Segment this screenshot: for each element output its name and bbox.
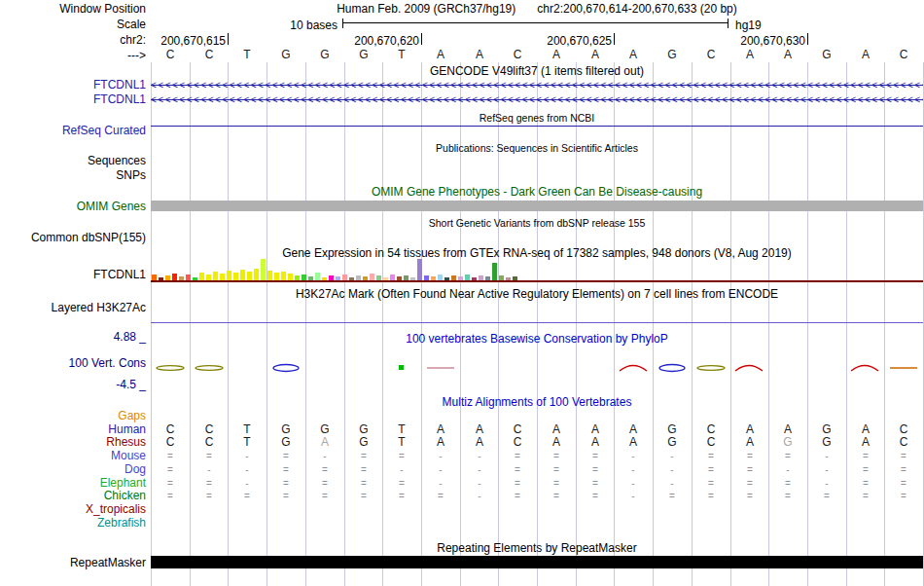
conservation-mark xyxy=(268,361,303,375)
alignment-cell: - xyxy=(653,463,692,476)
conservation-mark xyxy=(423,361,458,375)
alignment-cell: - xyxy=(228,477,267,490)
alignment-cell: = xyxy=(344,450,383,462)
alignment-cell: C xyxy=(498,436,537,449)
gencode-gene-label-2[interactable]: FTCDNL1 xyxy=(0,93,146,106)
alignment-cell: - xyxy=(190,463,229,476)
alignment-cell: = xyxy=(692,490,730,502)
alignment-cell: C xyxy=(190,436,229,449)
gtex-bar xyxy=(417,259,422,280)
gencode-title: GENCODE V49lift37 (1 items filtered out) xyxy=(151,65,923,78)
grid-line xyxy=(576,62,577,586)
refseq-gene-line[interactable] xyxy=(151,126,923,127)
phylop-label[interactable]: 100 Vert. Cons xyxy=(0,357,146,370)
alignment-cell: - xyxy=(228,450,267,462)
ruler-coordinate: 200,670,615 xyxy=(148,34,226,48)
alignment-cell: = xyxy=(382,477,421,490)
window-title: Human Feb. 2009 (GRCh37/hg19)chr2:200,67… xyxy=(151,3,923,16)
seq-base: A xyxy=(614,49,653,61)
alignment-cell: = xyxy=(846,450,885,462)
alignment-cell: = xyxy=(846,463,885,476)
alignment-cell: = xyxy=(730,450,769,462)
alignment-cell: = xyxy=(267,450,305,462)
species-label[interactable]: Zebrafish xyxy=(0,517,146,530)
alignment-cell: = xyxy=(692,463,730,476)
phylop-scale-max: 4.88 _ xyxy=(0,331,146,344)
seq-base: C xyxy=(692,49,730,61)
omim-title: OMIM Gene Phenotypes - Dark Green Can Be… xyxy=(151,186,923,199)
alignment-cell: = xyxy=(305,477,344,490)
alignment-cell: - xyxy=(382,463,421,476)
gtex-bar xyxy=(213,272,218,280)
seq-base: G xyxy=(653,49,692,61)
refseq-curated-label[interactable]: RefSeq Curated xyxy=(0,125,146,137)
gencode-gene-row-1[interactable]: <<<<<<<<<<<<<<<<<<<<<<<<<<<<<<<<<<<<<<<<… xyxy=(151,79,923,92)
phylop-title: 100 vertebrates Basewise Conservation by… xyxy=(151,333,923,346)
publications-snps-label[interactable]: SNPs xyxy=(0,169,146,182)
conservation-mark xyxy=(731,361,766,375)
repeatmasker-bar[interactable] xyxy=(151,556,923,568)
alignment-cell: C xyxy=(692,436,730,449)
alignment-cell: = xyxy=(498,490,537,502)
grid-line xyxy=(498,62,499,586)
grid-line xyxy=(768,62,769,586)
alignment-cell: - xyxy=(421,450,460,462)
alignment-cell: - xyxy=(228,463,267,476)
grid-line xyxy=(228,62,229,586)
alignment-cell: = xyxy=(344,490,383,502)
conservation-mark xyxy=(693,361,729,375)
omim-genes-bar[interactable] xyxy=(151,201,923,211)
species-label[interactable]: Dog xyxy=(0,463,146,476)
species-label[interactable]: Rhesus xyxy=(0,436,146,449)
seq-base: C xyxy=(190,49,229,61)
alignment-cell: = xyxy=(768,477,807,490)
seq-base: G xyxy=(267,49,305,61)
conservation-mark xyxy=(192,361,227,375)
alignment-cell: G xyxy=(807,436,846,449)
omim-genes-label[interactable]: OMIM Genes xyxy=(0,201,146,213)
alignment-cell: C xyxy=(884,436,923,449)
alignment-cell: = xyxy=(190,490,229,502)
alignment-cell: - xyxy=(614,463,653,476)
species-label[interactable]: Mouse xyxy=(0,450,146,462)
alignment-cell: = xyxy=(537,463,576,476)
grid-line xyxy=(884,62,885,586)
gencode-gene-row-2[interactable]: <<<<<<<<<<<<<<<<<<<<<<<<<<<<<<<<<<<<<<<<… xyxy=(151,93,923,106)
alignment-cell: - xyxy=(460,477,499,490)
gtex-gene-label[interactable]: FTCDNL1 xyxy=(0,269,146,281)
alignment-cell: = xyxy=(576,463,615,476)
alignment-cell: = xyxy=(768,490,807,502)
h3k27ac-baseline xyxy=(151,322,923,323)
alignment-cell: A xyxy=(730,436,769,449)
seq-base: C xyxy=(884,49,923,61)
alignment-cell: = xyxy=(421,490,460,502)
species-label[interactable]: Gaps xyxy=(0,410,146,422)
alignment-cell: - xyxy=(614,477,653,490)
alignment-cell: - xyxy=(460,450,499,462)
alignment-cell: - xyxy=(460,490,499,502)
gtex-bar xyxy=(227,271,231,280)
grid-line xyxy=(190,62,191,586)
gtex-bar xyxy=(172,274,177,280)
intron-arrows: <<<<<<<<<<<<<<<<<<<<<<<<<<<<<<<<<<<<<<<<… xyxy=(151,93,923,106)
h3k27ac-label[interactable]: Layered H3K27Ac xyxy=(0,302,146,314)
species-label[interactable]: Chicken xyxy=(0,490,146,502)
alignment-cell: - xyxy=(807,450,846,462)
dbsnp-label[interactable]: Common dbSNP(155) xyxy=(0,232,146,244)
alignment-cell: = xyxy=(692,450,730,462)
alignment-cell: T xyxy=(228,436,267,449)
alignment-cell: - xyxy=(807,477,846,490)
alignment-cell: = xyxy=(730,490,769,502)
grid-line xyxy=(344,62,345,586)
alignment-cell: = xyxy=(846,477,885,490)
refseq-title: RefSeq genes from NCBI xyxy=(151,112,923,125)
gtex-bar xyxy=(281,272,286,280)
gtex-bar xyxy=(274,273,279,280)
publications-sequences-label[interactable]: Sequences xyxy=(0,155,146,167)
species-label[interactable]: X_tropicalis xyxy=(0,503,146,516)
gtex-title: Gene Expression in 54 tissues from GTEx … xyxy=(151,247,923,260)
gencode-gene-label-1[interactable]: FTCDNL1 xyxy=(0,79,146,92)
repeatmasker-label[interactable]: RepeatMasker xyxy=(0,557,146,569)
dbsnp-title: Short Genetic Variants from dbSNP releas… xyxy=(151,217,923,230)
scale-label: Scale xyxy=(0,18,146,31)
